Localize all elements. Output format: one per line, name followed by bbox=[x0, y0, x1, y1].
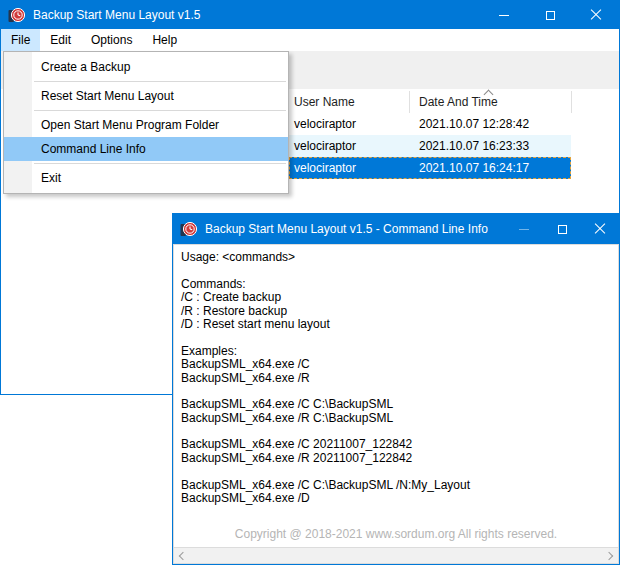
command-create: /C : Create backup bbox=[181, 291, 618, 304]
menu-help[interactable]: Help bbox=[142, 29, 187, 51]
maximize-button[interactable] bbox=[543, 214, 581, 244]
scroll-left-button[interactable] bbox=[174, 548, 190, 563]
file-menu-dropdown: Create a Backup Reset Start Menu Layout … bbox=[3, 51, 289, 194]
usage-text: Usage: <commands> Commands: /C : Create … bbox=[174, 245, 618, 505]
close-button[interactable] bbox=[581, 214, 619, 244]
example-line: BackupSML_x64.exe /C 20211007_122842 bbox=[181, 438, 618, 451]
minimize-icon bbox=[519, 229, 529, 230]
example-line: BackupSML_x64.exe /D bbox=[181, 492, 618, 505]
scroll-right-button[interactable] bbox=[602, 548, 618, 563]
main-titlebar: Backup Start Menu Layout v1.5 bbox=[1, 1, 619, 29]
dialog-title: Backup Start Menu Layout v1.5 - Command … bbox=[205, 222, 505, 236]
column-divider bbox=[409, 91, 410, 113]
table-row-selected[interactable]: velociraptor 2021.10.07 16:24:17 bbox=[289, 157, 571, 179]
close-icon bbox=[594, 223, 606, 235]
example-line: BackupSML_x64.exe /C C:\BackupSML /N:My_… bbox=[181, 479, 618, 492]
cell-date-time: 2021.10.07 16:23:33 bbox=[419, 135, 529, 157]
cell-date-time: 2021.10.07 12:28:42 bbox=[419, 113, 529, 135]
menu-item-exit[interactable]: Exit bbox=[4, 166, 288, 190]
dialog-titlebar: Backup Start Menu Layout v1.5 - Command … bbox=[173, 214, 619, 244]
maximize-button[interactable] bbox=[527, 1, 573, 29]
command-line-info-panel: Usage: <commands> Commands: /C : Create … bbox=[173, 244, 619, 564]
menubar: File Edit Options Help bbox=[1, 29, 619, 51]
close-button[interactable] bbox=[573, 1, 619, 29]
cell-user-name: velociraptor bbox=[294, 157, 356, 179]
example-line: BackupSML_x64.exe /C C:\BackupSML bbox=[181, 398, 618, 411]
examples-heading: Examples: bbox=[181, 345, 618, 358]
command-restore: /R : Restore backup bbox=[181, 305, 618, 318]
maximize-icon bbox=[546, 11, 555, 20]
example-line: BackupSML_x64.exe /R bbox=[181, 372, 618, 385]
minimize-button-disabled bbox=[505, 214, 543, 244]
cell-user-name: velociraptor bbox=[294, 135, 356, 157]
table-row[interactable]: velociraptor 2021.10.07 16:23:33 bbox=[289, 135, 571, 157]
minimize-button[interactable] bbox=[481, 1, 527, 29]
table-row[interactable]: velociraptor 2021.10.07 12:28:42 bbox=[289, 113, 571, 135]
example-line: BackupSML_x64.exe /R 20211007_122842 bbox=[181, 452, 618, 465]
commands-heading: Commands: bbox=[181, 278, 618, 291]
command-reset: /D : Reset start menu layout bbox=[181, 318, 618, 331]
menu-separator bbox=[34, 163, 286, 164]
menu-separator bbox=[34, 110, 286, 111]
menu-item-command-line-info[interactable]: Command Line Info bbox=[4, 137, 288, 161]
close-icon bbox=[590, 9, 602, 21]
app-icon bbox=[180, 221, 197, 238]
app-icon bbox=[8, 7, 25, 24]
minimize-icon bbox=[499, 15, 509, 16]
chevron-left-icon bbox=[179, 551, 187, 559]
usage-line: Usage: <commands> bbox=[181, 251, 618, 264]
menu-file[interactable]: File bbox=[1, 29, 40, 51]
main-window-title: Backup Start Menu Layout v1.5 bbox=[33, 8, 481, 22]
example-line: BackupSML_x64.exe /C bbox=[181, 358, 618, 371]
menu-item-reset-start-menu-layout[interactable]: Reset Start Menu Layout bbox=[4, 84, 288, 108]
example-line: BackupSML_x64.exe /R C:\BackupSML bbox=[181, 412, 618, 425]
menu-edit[interactable]: Edit bbox=[40, 29, 81, 51]
horizontal-scrollbar[interactable] bbox=[174, 547, 618, 563]
menu-separator bbox=[34, 81, 286, 82]
command-line-info-window: Backup Start Menu Layout v1.5 - Command … bbox=[172, 213, 620, 565]
menu-item-open-start-menu-program-folder[interactable]: Open Start Menu Program Folder bbox=[4, 113, 288, 137]
copyright-text: Copyright @ 2018-2021 www.sordum.org All… bbox=[174, 527, 618, 541]
cell-date-time: 2021.10.07 16:24:17 bbox=[419, 157, 529, 179]
column-divider bbox=[571, 91, 572, 113]
cell-user-name: velociraptor bbox=[294, 113, 356, 135]
menu-options[interactable]: Options bbox=[81, 29, 142, 51]
maximize-icon bbox=[558, 225, 567, 234]
column-header-user-name[interactable]: User Name bbox=[294, 91, 355, 113]
chevron-right-icon bbox=[605, 551, 613, 559]
menu-item-create-a-backup[interactable]: Create a Backup bbox=[4, 55, 288, 79]
